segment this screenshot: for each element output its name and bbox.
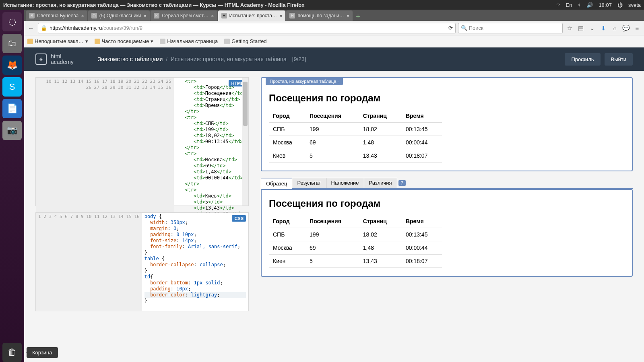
bookmark-label: Неподшитые закл… <box>35 38 84 44</box>
unity-launcher: ◌ 🗂 🦊 S 📄 📷 🗑 <box>0 10 24 362</box>
bookmark-label: Часто посещаемые <box>102 38 149 44</box>
col-header: Время <box>402 109 442 123</box>
browser-tab[interactable]: O(5) Одноклассники× <box>88 10 150 21</box>
dash-icon[interactable]: ◌ <box>2 12 22 31</box>
col-header: Посещения <box>305 109 359 123</box>
result-tab[interactable]: Результат <box>292 178 326 188</box>
logo[interactable]: ◈ html academy <box>35 53 74 65</box>
pocket-icon[interactable]: ⌄ <box>588 25 597 32</box>
breadcrumb-course[interactable]: Знакомство с таблицами <box>98 56 163 62</box>
menu-icon[interactable]: ≡ <box>633 25 642 31</box>
library-icon[interactable]: ▤ <box>576 25 585 32</box>
logo-mark-icon: ◈ <box>35 53 47 65</box>
reload-button[interactable]: ⟳ <box>448 25 453 31</box>
bookmark-label: Начальная страница <box>167 38 218 44</box>
browser-tabstrip: BСветлана Бунеева×O(5) Одноклассники×KСе… <box>24 10 644 21</box>
folder-icon <box>95 39 100 44</box>
bookmark-star-icon[interactable]: ☆ <box>565 25 574 32</box>
css-editor[interactable]: CSS 1 2 3 4 5 6 7 8 9 10 11 12 13 14 15 … <box>35 212 249 311</box>
close-icon[interactable]: × <box>144 13 147 19</box>
url-path: /courses/39/run/9 <box>102 25 142 31</box>
home-icon[interactable]: ⌂ <box>610 25 619 31</box>
col-header: Страниц <box>359 109 402 123</box>
table-row: Москва691,4800:00:44 <box>269 241 442 255</box>
close-icon[interactable]: × <box>279 13 283 19</box>
htmlacademy-header: ◈ html academy Знакомство с таблицами / … <box>24 47 644 71</box>
scrollbar[interactable] <box>242 78 248 206</box>
preview-title: Посещения по городам <box>269 93 625 104</box>
power-icon[interactable]: ⏻ <box>617 2 623 8</box>
chevron-down-icon: ▾ <box>85 38 88 44</box>
bluetooth-icon[interactable]: ᚼ <box>578 2 581 8</box>
result-table: ГородПосещенияСтраницВремяСПБ19918,0200:… <box>269 215 442 268</box>
volume-icon[interactable]: 🔊 <box>586 2 593 8</box>
keyboard-layout[interactable]: En <box>566 2 572 8</box>
result-tab[interactable]: Наложение <box>326 178 364 188</box>
files-icon[interactable]: 🗂 <box>2 34 22 53</box>
tab-label: Сериал Крем смот… <box>162 13 208 19</box>
breadcrumb-count: [9/23] <box>292 56 306 62</box>
bookmark-item[interactable]: Часто посещаемые ▾ <box>95 38 154 44</box>
os-menubar: Испытание: простая, но аккуратная таблиц… <box>0 0 644 10</box>
tab-label: Светлана Бунеева <box>37 13 78 19</box>
htmlacademy-main: HTML 10 11 12 13 14 15 16 17 18 19 20 21… <box>24 71 644 362</box>
firefox-icon[interactable]: 🦊 <box>2 56 22 75</box>
bookmark-item[interactable]: Неподшитые закл… ▾ <box>27 38 88 44</box>
window-title: Испытание: простая, но аккуратная таблиц… <box>3 2 557 8</box>
back-button[interactable]: ← <box>27 25 35 31</box>
skype-icon[interactable]: S <box>2 77 22 97</box>
logo-text-1: html <box>51 53 74 59</box>
screenshot-icon[interactable]: 📷 <box>2 121 22 140</box>
browser-tab[interactable]: KСериал Крем смот…× <box>151 10 217 21</box>
table-row: СПБ19918,0200:13:45 <box>269 123 442 136</box>
tab-label: (5) Одноклассники <box>99 13 141 19</box>
favicon-icon: K <box>154 13 159 19</box>
favicon-icon: H <box>221 13 227 19</box>
breadcrumb-task: Испытание: простая, но аккуратная таблиц… <box>171 56 287 62</box>
close-icon[interactable]: × <box>211 13 214 19</box>
folder-icon <box>27 39 33 44</box>
col-header: Время <box>402 215 442 228</box>
lock-icon: 🔒 <box>41 25 47 31</box>
result-tab[interactable]: Образец <box>261 179 292 189</box>
close-icon[interactable]: × <box>347 13 350 19</box>
wifi-icon[interactable]: ⌔ <box>557 2 560 8</box>
downloads-icon[interactable]: ⬇ <box>599 25 608 32</box>
help-button[interactable]: ? <box>398 180 406 186</box>
chat-icon[interactable]: 💬 <box>621 25 630 32</box>
page-icon <box>160 39 165 44</box>
url-bar[interactable]: 🔒 https://htmlacademy.ru/courses/39/run/… <box>38 23 456 33</box>
clock[interactable]: 18:07 <box>599 2 612 8</box>
search-bar[interactable]: 🔍 Поиск <box>458 23 563 33</box>
bookmark-item[interactable]: Начальная страница <box>160 38 218 44</box>
reference-preview: Простая, но аккуратная таблица - Посещен… <box>261 77 633 171</box>
result-title: Посещения по городам <box>269 198 625 209</box>
favicon-icon: B <box>29 13 35 19</box>
tab-label: Испытание: проста… <box>229 13 277 19</box>
new-tab-button[interactable]: + <box>353 12 363 21</box>
result-tab[interactable]: Различия <box>364 178 397 188</box>
url-host: https://htmlacademy.ru <box>50 25 102 31</box>
bookmark-item[interactable]: Getting Started <box>224 38 266 44</box>
css-editor-tag: CSS <box>232 215 246 222</box>
logout-button[interactable]: Выйти <box>605 53 633 66</box>
result-tabs: ОбразецРезультатНаложениеРазличия? <box>261 178 633 189</box>
search-icon: 🔍 <box>461 25 467 31</box>
table-row: Москва691,4800:00:44 <box>269 136 442 149</box>
col-header: Посещения <box>305 215 359 228</box>
writer-icon[interactable]: 📄 <box>2 99 22 118</box>
trash-icon[interactable]: 🗑 <box>2 343 22 362</box>
table-row: Киев513,4300:18:07 <box>269 255 442 268</box>
trash-tooltip: Корзина <box>27 347 58 358</box>
user-label[interactable]: sveta <box>628 2 641 8</box>
favicon-icon: O <box>91 13 97 19</box>
search-placeholder: Поиск <box>469 25 483 31</box>
close-icon[interactable]: × <box>81 13 84 19</box>
browser-tab[interactable]: HИспытание: проста…× <box>218 10 286 21</box>
html-editor[interactable]: HTML 10 11 12 13 14 15 16 17 18 19 20 21… <box>35 77 249 206</box>
browser-tab[interactable]: BСветлана Бунеева× <box>26 10 87 21</box>
col-header: Город <box>269 109 305 123</box>
profile-button[interactable]: Профиль <box>565 53 600 66</box>
browser-tab[interactable]: Hпомощь по задани…× <box>286 10 353 21</box>
preview-table: ГородПосещенияСтраницВремяСПБ19918,0200:… <box>269 109 442 162</box>
